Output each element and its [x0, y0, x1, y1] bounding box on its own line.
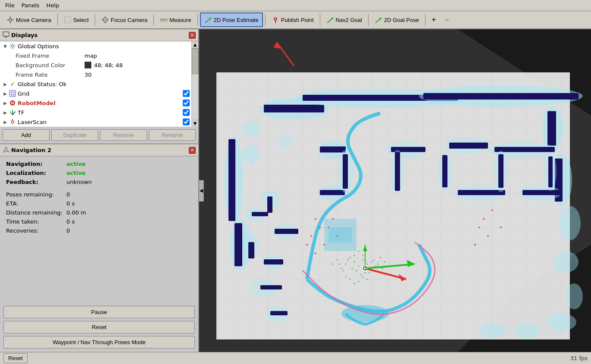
menu-file[interactable]: File [2, 1, 18, 9]
grid-icon [9, 90, 16, 97]
collapse-panel-button[interactable]: ◀ [199, 180, 204, 202]
displays-panel-close[interactable]: ✕ [189, 32, 196, 39]
nav2-panel-header: Navigation 2 ✕ [0, 144, 198, 156]
add-display-button[interactable]: Add [3, 129, 50, 141]
gear-icon [9, 42, 16, 50]
scroll-thumb[interactable] [192, 48, 198, 74]
laserscan-item[interactable]: ▶ LaserScan [0, 117, 191, 127]
laserscan-icon [9, 118, 16, 126]
menu-panels[interactable]: Panels [18, 1, 43, 9]
2d-goal-pose-button[interactable]: 2D Goal Pose [371, 12, 423, 27]
fixed-frame-label: Fixed Frame [16, 53, 84, 59]
svg-point-202 [278, 134, 293, 149]
toolbar-divider-6 [320, 14, 320, 26]
localization-value: active [66, 170, 85, 176]
waypoint-button[interactable]: Waypoint / Nav Through Poses Mode [3, 336, 195, 348]
move-camera-icon [6, 16, 14, 24]
distance-remaining-row: Distance remaining: 0.00 m [6, 209, 192, 216]
displays-scrollbar[interactable]: ▲ ▼ [191, 41, 198, 127]
global-options-expand[interactable]: ▼ [2, 44, 9, 49]
move-camera-button[interactable]: Move Camera [3, 12, 55, 27]
measure-button[interactable]: Measure [156, 12, 195, 27]
nav2-spacer [6, 188, 192, 191]
laserscan-expand[interactable]: ▶ [2, 120, 9, 124]
svg-point-201 [242, 145, 260, 164]
svg-point-153 [354, 255, 355, 256]
svg-rect-12 [160, 19, 167, 21]
tf-expand[interactable]: ▶ [2, 110, 9, 115]
svg-point-166 [332, 264, 334, 265]
frame-rate-value[interactable]: 30 [84, 72, 190, 78]
svg-point-134 [306, 244, 308, 246]
publish-point-button[interactable]: Publish Point [268, 12, 318, 27]
svg-rect-5 [65, 17, 71, 23]
robotmodel-checkbox[interactable] [183, 100, 190, 106]
toolbar-divider-2 [95, 14, 95, 26]
toolbar-divider-1 [57, 14, 58, 26]
background-color-value[interactable]: 48; 48; 48 [84, 62, 190, 68]
svg-rect-198 [252, 212, 268, 216]
select-button[interactable]: Select [60, 12, 93, 27]
2d-pose-estimate-icon [204, 16, 212, 24]
robotmodel-expand[interactable]: ▶ [2, 101, 9, 106]
map-area[interactable] [199, 29, 591, 352]
svg-point-154 [358, 251, 360, 252]
add-panel-button[interactable]: + [428, 12, 440, 27]
svg-point-136 [478, 227, 480, 228]
rename-display-button[interactable]: Rename [149, 129, 196, 141]
status-reset-button[interactable]: Reset [3, 353, 28, 363]
left-panel: Displays ✕ ▼ Global Options [0, 29, 199, 352]
svg-rect-89 [423, 93, 578, 100]
laserscan-label: LaserScan [18, 119, 181, 125]
svg-point-127 [315, 218, 316, 220]
measure-icon [160, 16, 168, 24]
poses-remaining-row: Poses remaining: 0 [6, 191, 192, 198]
focus-camera-button[interactable]: Focus Camera [97, 12, 151, 27]
tf-item[interactable]: ▶ TF [0, 108, 191, 117]
nav2-goal-icon [326, 16, 334, 24]
recoveries-value: 0 [66, 227, 70, 234]
svg-point-29 [12, 45, 14, 47]
grid-checkbox[interactable] [183, 90, 190, 97]
nav2-goal-button[interactable]: Nav2 Goal [322, 12, 366, 27]
svg-point-162 [341, 268, 342, 269]
navigation-value: active [66, 161, 85, 167]
recoveries-row: Recoveries: 0 [6, 227, 192, 234]
svg-point-151 [345, 264, 347, 265]
fixed-frame-value[interactable]: map [84, 53, 190, 59]
displays-panel-header: Displays ✕ [0, 29, 198, 41]
tf-checkbox[interactable] [183, 109, 190, 116]
remove-display-button[interactable]: Remove [100, 129, 147, 141]
scroll-down-btn[interactable]: ▼ [192, 120, 198, 127]
remove-panel-button[interactable]: − [441, 12, 453, 27]
robotmodel-item[interactable]: ▶ RobotModel [0, 98, 191, 108]
laserscan-checkbox[interactable] [183, 118, 190, 125]
duplicate-display-button[interactable]: Duplicate [51, 129, 98, 141]
distance-remaining-label: Distance remaining: [6, 209, 66, 216]
2d-pose-estimate-button[interactable]: 2D Pose Estimate [200, 12, 263, 27]
svg-point-149 [365, 272, 366, 274]
global-status-expand[interactable]: ▶ [2, 82, 9, 87]
svg-rect-115 [395, 152, 400, 191]
svg-point-172 [345, 277, 347, 278]
global-status-item: ▶ ✓ Global Status: Ok [0, 79, 191, 89]
toolbar-divider-7 [368, 14, 369, 26]
statusbar: Reset 31 fps [0, 352, 591, 364]
focus-camera-icon [101, 16, 109, 24]
measure-label: Measure [169, 17, 191, 23]
svg-point-193 [514, 323, 540, 339]
nav2-panel-close[interactable]: ✕ [189, 147, 196, 154]
menu-help[interactable]: Help [43, 1, 63, 9]
reset-nav-button[interactable]: Reset [3, 321, 195, 333]
global-options-item[interactable]: ▼ Global Options [0, 41, 191, 51]
scroll-up-btn[interactable]: ▲ [192, 41, 198, 48]
svg-rect-85 [264, 105, 324, 112]
map-canvas[interactable] [199, 29, 591, 352]
displays-panel: Displays ✕ ▼ Global Options [0, 29, 198, 127]
svg-rect-204 [328, 227, 352, 243]
grid-expand[interactable]: ▶ [2, 91, 9, 96]
nav2-panel-icon [3, 146, 9, 154]
svg-point-144 [363, 259, 364, 261]
grid-item[interactable]: ▶ Grid [0, 89, 191, 98]
pause-button[interactable]: Pause [3, 306, 195, 318]
